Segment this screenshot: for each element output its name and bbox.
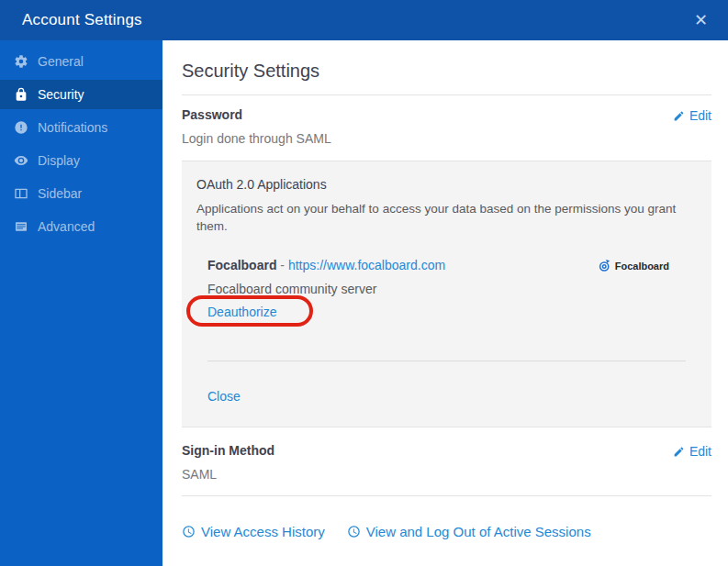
- view-active-sessions-link[interactable]: View and Log Out of Active Sessions: [347, 524, 591, 539]
- clock-icon: [182, 525, 196, 538]
- oauth-section-description: Applications act on your behalf to acces…: [196, 200, 697, 235]
- footer-link-label: View and Log Out of Active Sessions: [366, 524, 591, 539]
- oauth-app-entry: Focalboard - https://www.focalboard.com: [207, 258, 697, 320]
- modal-header: Account Settings ✕: [0, 0, 728, 40]
- view-access-history-link[interactable]: View Access History: [182, 524, 325, 539]
- gear-icon: [14, 54, 28, 69]
- pencil-icon: [673, 446, 685, 458]
- signin-edit-button[interactable]: Edit: [673, 444, 711, 459]
- signin-method-value: SAML: [182, 467, 274, 482]
- focalboard-logo: Focalboard: [598, 259, 669, 272]
- password-value: Login done through SAML: [182, 131, 331, 146]
- account-settings-modal: Account Settings ✕ General Security N: [0, 0, 728, 566]
- edit-label: Edit: [689, 108, 711, 123]
- settings-sidebar: General Security Notifications Display: [0, 40, 162, 566]
- focalboard-logo-icon: [598, 259, 611, 272]
- security-settings-panel: Security Settings Password Login done th…: [162, 40, 728, 566]
- eye-icon: [14, 153, 28, 168]
- sidebar-item-sidebar[interactable]: Sidebar: [0, 179, 162, 208]
- sidebar-item-general[interactable]: General: [0, 47, 162, 76]
- oauth-close-button[interactable]: Close: [207, 389, 241, 404]
- edit-label: Edit: [689, 444, 711, 459]
- deauthorize-button[interactable]: Deauthorize: [207, 305, 277, 319]
- sidebar-item-label: Advanced: [38, 219, 95, 234]
- oauth-app-url-link[interactable]: https://www.focalboard.com: [288, 258, 445, 272]
- sidebar-item-notifications[interactable]: Notifications: [0, 113, 162, 142]
- oauth-app-description: Focalboard community server: [207, 282, 697, 296]
- footer-links: View Access History View and Log Out of …: [182, 524, 711, 539]
- clock-icon: [347, 525, 361, 538]
- divider: [182, 495, 711, 496]
- close-icon[interactable]: ✕: [694, 12, 708, 28]
- oauth-app-separator: -: [280, 258, 285, 272]
- password-label: Password: [182, 107, 331, 122]
- list-icon: [14, 219, 28, 234]
- oauth-section-title: OAuth 2.0 Applications: [196, 177, 697, 192]
- oauth-app-title: Focalboard - https://www.focalboard.com: [207, 258, 445, 272]
- sidebar-item-label: Display: [38, 153, 80, 168]
- page-title: Security Settings: [182, 61, 711, 82]
- sidebar-item-display[interactable]: Display: [0, 146, 162, 175]
- password-edit-button[interactable]: Edit: [673, 108, 711, 123]
- sidebar-item-security[interactable]: Security: [0, 80, 162, 109]
- password-section: Password Login done through SAML Edit: [182, 95, 711, 161]
- columns-icon: [14, 186, 28, 201]
- modal-title: Account Settings: [22, 11, 694, 29]
- sidebar-item-label: Notifications: [38, 120, 107, 135]
- divider: [207, 361, 686, 361]
- signin-method-section: Sign-in Method SAML Edit: [182, 427, 711, 495]
- signin-method-label: Sign-in Method: [182, 443, 274, 458]
- pencil-icon: [673, 110, 685, 122]
- alert-circle-icon: [14, 120, 28, 135]
- lock-icon: [14, 87, 28, 102]
- sidebar-item-label: General: [38, 54, 84, 69]
- sidebar-item-label: Security: [38, 87, 84, 102]
- sidebar-item-advanced[interactable]: Advanced: [0, 212, 162, 241]
- oauth-app-name: Focalboard: [207, 258, 276, 272]
- sidebar-item-label: Sidebar: [38, 186, 82, 201]
- footer-link-label: View Access History: [201, 524, 325, 539]
- focalboard-logo-text: Focalboard: [615, 261, 669, 272]
- modal-body: General Security Notifications Display: [0, 40, 728, 566]
- oauth-applications-section: OAuth 2.0 Applications Applications act …: [182, 161, 711, 427]
